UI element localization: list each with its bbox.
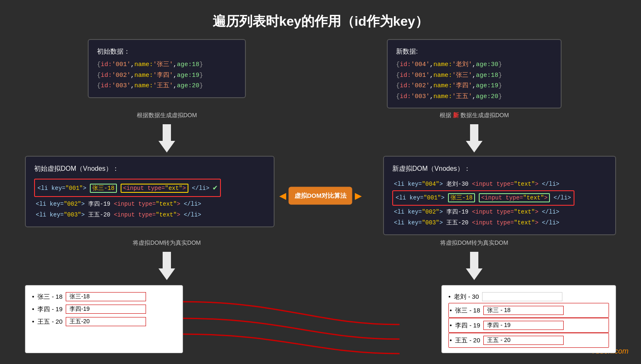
right-real-input-3[interactable] [483,321,564,330]
right-real-item-3: • 李四 - 19 [448,318,609,333]
left-real-input-1[interactable] [66,292,146,301]
arrow-down-left [158,124,175,152]
left-vdom-label: 初始虚拟DOM（Vnodes）： [34,162,265,175]
left-real-dom: • 张三 - 18 • 李四 - 19 • 王五 - 20 [25,285,183,353]
left-real-input-3[interactable] [66,317,146,326]
arrow-label-to-real-left: 将虚拟DOM转为真实DOM [133,239,200,247]
vdom-right-row-4: <li key="003"> 王五-20 <input type="text">… [392,217,607,229]
new-data-label: 新数据: [396,46,552,57]
left-real-item-1: • 张三 - 18 [32,290,176,303]
right-real-item-2: • 张三 - 18 [448,303,609,318]
left-real-item-2: • 李四 - 19 [32,303,176,315]
vdom-left-row-1: <li key="001"> 张三-18 <input type="ext"> … [34,179,221,197]
right-real-item-4: • 王五 - 20 [448,333,609,348]
right-real-input-1[interactable] [482,292,562,301]
vdom-left-row-3: <li key="003"> 王五-20 <input type="text">… [34,209,265,221]
new-data-row-1: {id:'004',name:'老刘',age:30} [396,59,552,70]
initial-data-row-2: {id:'002',name:'李四',age:19} [97,70,237,81]
new-data-box: 新数据: {id:'004',name:'老刘',age:30} {id:'00… [387,39,562,108]
left-real-item-3: • 王五 - 20 [32,315,176,328]
initial-data-box: 初始数据： {id:'001',name:'张三',age:18} {id:'0… [88,39,246,98]
right-vdom-label: 新虚拟DOM（Vnodes）： [392,162,607,175]
vdom-left-row-2: <li key="002"> 李四-19 <input type="text">… [34,199,265,210]
initial-data-label: 初始数据： [97,46,237,57]
arrow-down-to-real-left [158,252,175,280]
right-real-input-2[interactable] [483,306,564,315]
initial-data-row-3: {id:'003',name:'王五',age:20} [97,81,237,91]
right-real-item-1: • 老刘 - 30 [448,290,609,303]
arrow-label-left: 根据数据生成虚拟DOM [137,112,197,119]
right-real-input-4[interactable] [483,336,564,345]
left-vdom-box: 初始虚拟DOM（Vnodes）： <li key="001"> 张三-18 <i… [25,156,275,227]
new-data-row-4: {id:'003',name:'王五',age:20} [396,91,552,102]
page-title: 遍历列表时key的作用（id作为key） [0,0,641,39]
new-data-row-3: {id:'002',name:'李四',age:19} [396,81,552,91]
compare-badge: 虚拟DOM对比算法 [289,187,352,204]
right-real-dom: • 老刘 - 30 • 张三 - 18 • 李四 - 19 • 王五 - 20 [441,285,616,353]
arrow-down-to-real-right [466,252,483,280]
vdom-right-row-3: <li key="002"> 李四-19 <input type="text">… [392,207,607,218]
vdom-right-row-2: <li key="001"> 张三-18 <input type="text">… [392,190,574,206]
left-real-input-2[interactable] [66,305,146,314]
initial-data-row-1: {id:'001',name:'张三',age:18} [97,59,237,70]
arrow-label-right: 根据新数据生成虚拟DOM [440,112,509,119]
arrow-label-to-real-right: 将虚拟DOM转为真实DOM [440,239,508,247]
new-data-row-2: {id:'001',name:'张三',age:18} [396,70,552,81]
arrow-down-right [466,124,483,152]
vdom-right-row-1: <li key="004"> 老刘-30 <input type="text">… [392,179,607,190]
right-vdom-box: 新虚拟DOM（Vnodes）： <li key="004"> 老刘-30 <in… [383,156,616,235]
